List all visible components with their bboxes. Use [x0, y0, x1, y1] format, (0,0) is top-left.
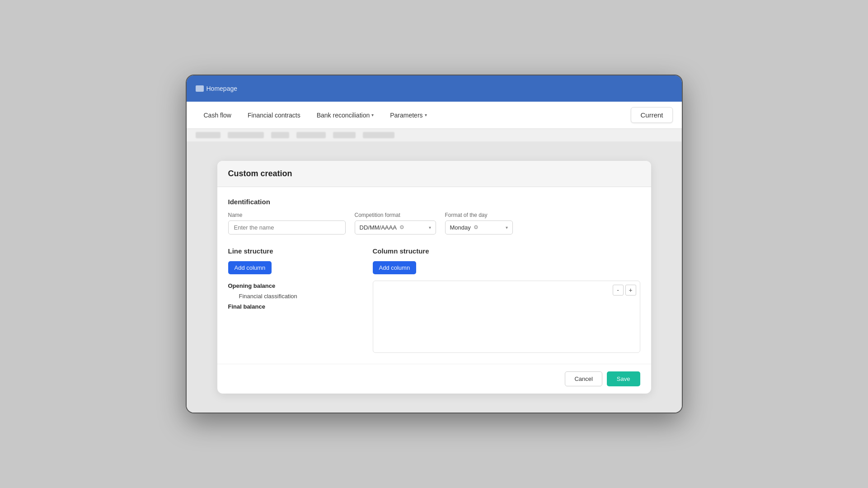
nav-right: Current: [631, 107, 672, 123]
name-input[interactable]: [228, 221, 346, 235]
bank-reconciliation-arrow: ▾: [371, 113, 374, 117]
name-label: Name: [228, 212, 346, 218]
competition-format-value: DD/MM/AAAA: [360, 224, 397, 231]
competition-format-select[interactable]: DD/MM/AAAA ⚙ ▾: [355, 221, 436, 235]
competition-format-group: Competition format DD/MM/AAAA ⚙ ▾: [355, 212, 436, 235]
nav-item-cash-flow[interactable]: Cash flow: [196, 102, 239, 129]
nav-item-bank-reconciliation[interactable]: Bank reconciliation ▾: [309, 102, 382, 129]
sub-nav-pill-4: [296, 132, 326, 138]
identification-row: Name Competition format DD/MM/AAAA ⚙ ▾: [228, 212, 640, 235]
plus-button[interactable]: +: [625, 285, 636, 296]
card-header: Custom creation: [217, 161, 651, 187]
tree-item-financial-classification: Financial classification: [228, 291, 362, 301]
app-logo: Homepage: [196, 85, 238, 92]
minus-button[interactable]: -: [613, 285, 624, 296]
card-body: Identification Name Competition format D…: [217, 187, 651, 364]
column-add-column-button[interactable]: Add column: [373, 261, 417, 274]
column-structure-col: Column structure Add column - +: [373, 247, 640, 353]
competition-format-label: Competition format: [355, 212, 436, 218]
save-button[interactable]: Save: [607, 371, 640, 386]
identification-section-title: Identification: [228, 198, 640, 206]
cancel-button[interactable]: Cancel: [565, 371, 602, 386]
sub-nav-pill-2: [228, 132, 264, 138]
column-area-controls: - +: [613, 285, 636, 296]
competition-gear-icon: ⚙: [399, 224, 404, 230]
line-structure-col: Line structure Add column Opening balanc…: [228, 247, 362, 353]
sub-nav-pill-3: [271, 132, 289, 138]
format-day-value: Monday: [450, 224, 471, 231]
nav-item-parameters[interactable]: Parameters ▾: [382, 102, 435, 129]
line-add-column-button[interactable]: Add column: [228, 261, 272, 274]
nav-bar: Cash flow Financial contracts Bank recon…: [187, 102, 682, 129]
sub-nav-pill-1: [196, 132, 221, 138]
top-bar: Homepage: [187, 75, 682, 102]
line-structure-title: Line structure: [228, 247, 362, 255]
nav-item-financial-contracts[interactable]: Financial contracts: [239, 102, 309, 129]
current-button[interactable]: Current: [631, 107, 672, 123]
structure-row: Line structure Add column Opening balanc…: [228, 247, 640, 353]
format-day-arrow-icon: ▾: [506, 225, 508, 230]
competition-arrow-icon: ▾: [429, 225, 431, 230]
column-area: - +: [373, 281, 640, 353]
logo-text: Homepage: [206, 85, 238, 92]
custom-creation-card: Custom creation Identification Name Comp…: [217, 161, 651, 394]
nav-left: Cash flow Financial contracts Bank recon…: [196, 102, 435, 129]
logo-icon: [196, 85, 204, 92]
main-content: Custom creation Identification Name Comp…: [187, 141, 682, 413]
format-day-gear-icon: ⚙: [474, 224, 479, 230]
card-footer: Cancel Save: [217, 364, 651, 394]
sub-nav-pill-6: [363, 132, 394, 138]
card-title: Custom creation: [228, 169, 292, 178]
format-day-label: Format of the day: [445, 212, 513, 218]
column-structure-title: Column structure: [373, 247, 640, 255]
format-day-group: Format of the day Monday ⚙ ▾: [445, 212, 513, 235]
name-field-group: Name: [228, 212, 346, 235]
tree-item-final-balance: Final balance: [228, 301, 362, 312]
sub-nav: [187, 129, 682, 141]
tree-item-opening-balance: Opening balance: [228, 281, 362, 291]
format-day-select[interactable]: Monday ⚙ ▾: [445, 221, 513, 235]
parameters-arrow: ▾: [425, 113, 427, 117]
sub-nav-pill-5: [333, 132, 356, 138]
screen-wrapper: Homepage Cash flow Financial contracts B…: [186, 75, 683, 413]
